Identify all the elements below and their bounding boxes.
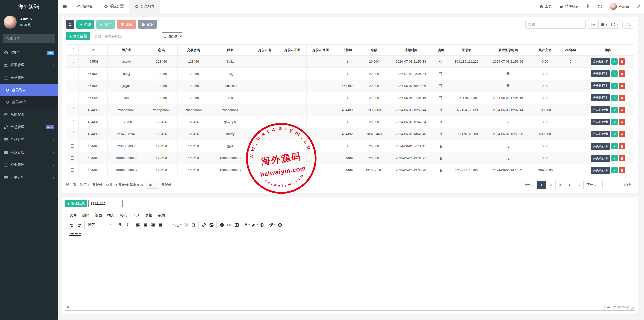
spellcheck-button[interactable] xyxy=(269,221,276,229)
column-header[interactable]: 身份证号 xyxy=(251,45,278,56)
send-message-button[interactable]: +发送信息 xyxy=(65,200,87,207)
column-header[interactable]: 注册时间 xyxy=(388,45,434,56)
translate-button[interactable] xyxy=(587,4,591,8)
delete-button[interactable]: 删除 xyxy=(117,20,136,29)
row-delete-button[interactable] xyxy=(619,155,625,161)
bullet-list-button[interactable] xyxy=(167,221,175,229)
page-number-button[interactable]: 5 xyxy=(574,181,584,189)
more-button[interactable]: 更多 xyxy=(138,20,157,29)
tab-dashboard[interactable]: 控制台 xyxy=(71,0,99,13)
editor-menu-item[interactable]: 编辑 xyxy=(80,212,92,219)
word-count[interactable]: 1 字 xyxy=(604,305,610,310)
row-edit-button[interactable] xyxy=(611,167,618,173)
refresh-button[interactable] xyxy=(66,20,74,29)
message-title-input[interactable] xyxy=(88,200,123,207)
italic-button[interactable]: I xyxy=(124,221,131,229)
sidebar-search-input[interactable] xyxy=(6,36,52,40)
admin-menu[interactable]: Admin xyxy=(610,3,629,10)
outdent-button[interactable] xyxy=(182,221,190,229)
search-icon[interactable] xyxy=(52,36,52,40)
modify-amount-button[interactable]: +修改金额 xyxy=(66,32,90,40)
row-edit-button[interactable] xyxy=(611,58,618,65)
row-delete-button[interactable] xyxy=(619,107,625,113)
row-delete-button[interactable] xyxy=(619,131,625,137)
jump-page-input[interactable] xyxy=(602,181,618,189)
sidebar-item-member-list[interactable]: 会员列表 xyxy=(0,84,58,96)
align-justify-button[interactable] xyxy=(157,221,164,229)
sidebar-item-system-config[interactable]: 系统配置 xyxy=(0,108,58,121)
column-header[interactable]: 姓名 xyxy=(210,45,251,56)
text-color-button[interactable]: A xyxy=(243,221,251,229)
align-right-button[interactable] xyxy=(149,221,157,229)
bank-card-button[interactable]: 会员银行卡 xyxy=(591,119,610,125)
bank-card-button[interactable]: 会员银行卡 xyxy=(591,143,610,150)
row-delete-button[interactable] xyxy=(619,83,625,89)
bank-card-button[interactable]: 会员银行卡 xyxy=(591,70,610,77)
column-header[interactable]: 操作 xyxy=(582,45,634,56)
align-center-button[interactable] xyxy=(142,221,149,229)
row-delete-button[interactable] xyxy=(619,119,625,125)
column-header[interactable]: 累计充值 xyxy=(531,45,559,56)
jump-button[interactable]: 跳转 xyxy=(621,181,634,189)
toggle-view-button[interactable] xyxy=(588,20,599,29)
gift-type-select[interactable]: 活动赠送 xyxy=(162,32,183,40)
amount-input[interactable] xyxy=(92,32,160,40)
sidebar-item-general[interactable]: 常规管理 new xyxy=(0,121,58,133)
insert-image-button[interactable] xyxy=(208,221,215,229)
row-edit-button[interactable] xyxy=(611,155,618,161)
select-all-checkbox[interactable] xyxy=(71,48,74,51)
bank-card-button[interactable]: 会员银行卡 xyxy=(591,167,610,174)
emoji-button[interactable] xyxy=(258,221,266,229)
element-path[interactable]: P xyxy=(67,305,69,309)
sidebar-item-members[interactable]: 会员管理 ‹ xyxy=(0,72,58,84)
row-edit-button[interactable] xyxy=(611,95,618,101)
insert-media-button[interactable] xyxy=(233,221,240,229)
row-delete-button[interactable] xyxy=(619,167,625,173)
bank-card-button[interactable]: 会员银行卡 xyxy=(591,155,610,162)
print-button[interactable] xyxy=(218,221,225,229)
redo-button[interactable] xyxy=(75,221,83,229)
row-delete-button[interactable] xyxy=(619,58,625,65)
clear-cache-button[interactable]: 清除缓存 xyxy=(559,4,579,9)
editor-menu-item[interactable]: 工具 xyxy=(130,212,142,219)
column-header[interactable]: 身份证反面 xyxy=(307,45,335,56)
column-header[interactable]: Id xyxy=(79,45,108,56)
paragraph-format-select[interactable]: 段落 xyxy=(86,221,113,229)
column-header[interactable]: 余额 xyxy=(360,45,388,56)
numbered-list-button[interactable] xyxy=(175,221,182,229)
bank-card-button[interactable]: 会员银行卡 xyxy=(591,106,610,113)
align-left-button[interactable] xyxy=(134,221,142,229)
bank-card-button[interactable]: 会员银行卡 xyxy=(591,94,610,101)
link-button[interactable] xyxy=(200,221,208,229)
row-checkbox[interactable] xyxy=(71,132,74,135)
row-delete-button[interactable] xyxy=(619,143,625,149)
settings-button[interactable] xyxy=(636,4,640,8)
column-header[interactable]: 密码 xyxy=(145,45,178,56)
row-edit-button[interactable] xyxy=(611,70,618,77)
edit-button[interactable]: 编辑 xyxy=(96,20,115,29)
resize-grip[interactable] xyxy=(631,307,634,310)
column-header[interactable]: VIP等级 xyxy=(559,45,582,56)
tab-member-list[interactable]: 会员列表 xyxy=(129,0,160,13)
sidebar-item-dashboard[interactable]: 控制台 hot xyxy=(0,46,58,59)
row-checkbox[interactable] xyxy=(71,72,74,75)
column-header[interactable]: 上级id xyxy=(335,45,360,56)
columns-button[interactable] xyxy=(599,20,609,29)
search-button[interactable] xyxy=(622,20,634,29)
column-header[interactable]: 交易密码 xyxy=(178,45,210,56)
page-number-button[interactable]: 2 xyxy=(546,181,556,189)
row-edit-button[interactable] xyxy=(611,107,618,113)
row-edit-button[interactable] xyxy=(611,83,618,89)
sidebar-item-products[interactable]: 产品管理 ‹ xyxy=(0,133,58,146)
fullscreen-button[interactable] xyxy=(598,4,602,8)
row-edit-button[interactable] xyxy=(611,143,618,149)
bank-card-button[interactable]: 会员银行卡 xyxy=(591,131,610,137)
tab-system-config[interactable]: 系统配置 xyxy=(99,0,129,13)
sidebar-item-funds[interactable]: 资金管理 ‹ xyxy=(0,159,58,171)
prev-page-button[interactable]: 上一页 xyxy=(520,181,537,189)
page-number-button[interactable]: 3 xyxy=(556,181,565,189)
editor-menu-item[interactable]: 插入 xyxy=(105,212,117,219)
help-button[interactable] xyxy=(276,221,284,229)
row-edit-button[interactable] xyxy=(611,131,618,137)
table-search-input[interactable] xyxy=(525,20,586,29)
